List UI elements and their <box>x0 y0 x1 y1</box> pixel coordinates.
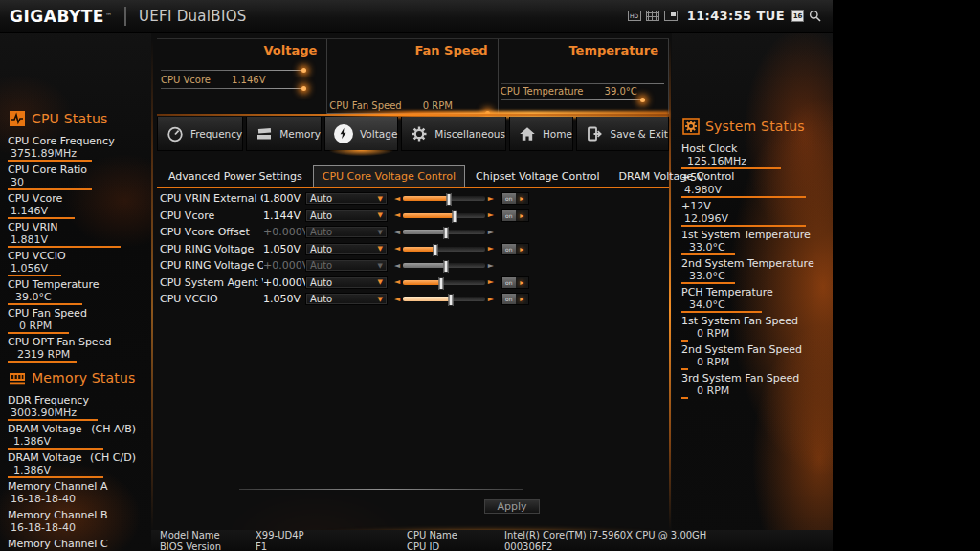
section-divider <box>239 489 523 490</box>
status-item: 2nd System Fan Speed0 RPM <box>681 343 833 370</box>
search-icon[interactable] <box>809 10 821 22</box>
value-stepper[interactable]: on▸ <box>501 209 529 222</box>
uefi-window: GIGABYTE ™ UEFI DualBIOS HD 11:43:55 TUE… <box>0 0 833 551</box>
option-dropdown[interactable]: Auto▼ <box>305 209 388 222</box>
info-row: Model Name X99-UD4P CPU Name Intel(R) Co… <box>151 530 833 541</box>
system-status-panel: System Status Host Clock125.16MHz +5V4.9… <box>672 33 833 551</box>
option-dropdown[interactable]: Auto▼ <box>305 243 388 255</box>
status-item: CPU Temperature39.0°C <box>8 278 151 305</box>
chevron-down-icon: ▼ <box>378 296 383 303</box>
value-slider[interactable]: ◄► <box>394 211 494 219</box>
slider-right-arrow: ► <box>488 262 494 270</box>
hardware-monitor-strip: Voltage CPU Vcore1.146V Fan Speed CPU Fa… <box>157 38 669 115</box>
option-dropdown[interactable]: Auto▼ <box>305 192 388 205</box>
bolt-icon <box>334 124 353 143</box>
value-slider[interactable]: ◄► <box>394 278 494 286</box>
status-item: Memory Channel A16-18-18-40 <box>8 480 151 507</box>
trademark: ™ <box>105 12 112 20</box>
product-name: UEFI DualBIOS <box>139 8 247 25</box>
chevron-down-icon: ▼ <box>378 211 383 219</box>
info-row: BIOS Version F1 CPU ID 000306F2 <box>151 541 833 551</box>
status-item: CPU VCCIO1.056V <box>8 250 151 276</box>
value-stepper[interactable]: on▸ <box>501 293 529 305</box>
value-slider: ◄► <box>394 262 494 270</box>
chevron-down-icon: ▼ <box>378 245 383 253</box>
value-stepper[interactable]: on▸ <box>501 276 529 289</box>
option-dropdown: Auto▼ <box>305 259 388 272</box>
setting-row-cpu-vcore: CPU Vcore 1.144V Auto▼ ◄► on▸ <box>160 208 664 225</box>
titlebar-tools: HD 11:43:55 TUE 16 <box>628 9 823 23</box>
status-item: 1st System Fan Speed0 RPM <box>681 315 833 342</box>
titlebar: GIGABYTE ™ UEFI DualBIOS HD 11:43:55 TUE… <box>0 0 833 33</box>
slider-left-arrow[interactable]: ◄ <box>394 245 400 253</box>
slider-left-arrow[interactable]: ◄ <box>394 278 400 286</box>
window-icon[interactable] <box>664 11 678 21</box>
value-slider[interactable]: ◄► <box>394 245 494 253</box>
stepper-arrow-icon: ▸ <box>516 277 529 288</box>
stepper-arrow-icon: ▸ <box>516 210 529 221</box>
chevron-down-icon: ▼ <box>378 195 383 203</box>
setting-row-cpu-vccio: CPU VCCIO 1.050V Auto▼ ◄► on▸ <box>160 291 664 308</box>
status-item: CPU OPT Fan Speed2319 RPM <box>8 336 151 363</box>
status-item: Memory Channel C <box>8 538 151 551</box>
status-item: DRAM Voltage(CH C/D)1.386V <box>8 452 151 478</box>
slider-right-arrow[interactable]: ► <box>488 195 494 203</box>
subtab-cpu-core-voltage-control[interactable]: CPU Core Voltage Control <box>313 165 465 187</box>
apply-button[interactable]: Apply <box>484 499 540 514</box>
status-item: DRAM Voltage(CH A/B)1.386V <box>8 423 151 450</box>
tab-voltage[interactable]: Voltage <box>324 117 398 151</box>
tab-home[interactable]: Home <box>509 117 574 151</box>
slider-right-arrow: ► <box>488 229 494 236</box>
subtab-advanced-power-settings[interactable]: Advanced Power Settings <box>160 165 311 187</box>
value-slider[interactable]: ◄► <box>394 195 494 203</box>
setting-row-cpu-ring-voltage: CPU RING Voltage 1.050V Auto▼ ◄► on▸ <box>160 241 664 258</box>
value-stepper[interactable]: on▸ <box>501 192 529 205</box>
slider-right-arrow[interactable]: ► <box>488 211 494 219</box>
tab-memory[interactable]: Memory <box>246 117 322 151</box>
gigabyte-logo: GIGABYTE <box>10 7 104 26</box>
option-dropdown[interactable]: Auto▼ <box>305 276 388 289</box>
temperature-gauge: Temperature CPU Temperature39.0°C <box>498 39 669 114</box>
titlebar-divider <box>124 7 126 26</box>
hd-badge-icon[interactable]: HD <box>628 11 641 21</box>
setting-row-cpu-vcore-offset: CPU Vcore Offset +0.000V Auto▼ ◄► <box>160 224 664 241</box>
clock: 11:43:55 TUE <box>687 9 785 23</box>
system-info-bar: Model Name X99-UD4P CPU Name Intel(R) Co… <box>151 530 833 551</box>
subtab-dram-voltage-control[interactable]: DRAM Voltage Control <box>611 165 744 187</box>
status-item: CPU VRIN1.881V <box>8 221 151 248</box>
cpu-status-panel: CPU Status CPU Core Frequency3751.89MHz … <box>0 33 151 551</box>
main-menu-tabs: Frequency Memory Voltage Miscellaneous H… <box>157 117 669 151</box>
option-dropdown[interactable]: Auto▼ <box>305 293 388 305</box>
slider-right-arrow[interactable]: ► <box>488 278 494 286</box>
grid-icon[interactable] <box>646 11 659 21</box>
status-item: PCH Temperature34.0°C <box>681 286 833 313</box>
slider-left-arrow: ◄ <box>394 229 400 236</box>
calendar-icon[interactable]: 16 <box>791 10 804 22</box>
system-status-header: System Status <box>681 117 833 136</box>
tab-frequency[interactable]: Frequency <box>157 117 243 151</box>
slider-left-arrow[interactable]: ◄ <box>394 211 400 219</box>
bios-screen: GIGABYTE ™ UEFI DualBIOS HD 11:43:55 TUE… <box>0 0 980 551</box>
slider-left-arrow[interactable]: ◄ <box>394 195 400 203</box>
status-item: CPU Vcore1.146V <box>8 192 151 219</box>
ram-icon <box>8 369 26 387</box>
memory-status-title: Memory Status <box>32 370 136 386</box>
slider-left-arrow[interactable]: ◄ <box>394 296 400 303</box>
tab-save-exit[interactable]: Save & Exit <box>576 117 669 151</box>
slider-right-arrow[interactable]: ► <box>488 245 494 253</box>
slider-right-arrow[interactable]: ► <box>488 296 494 303</box>
subtab-chipset-voltage-control[interactable]: Chipset Voltage Control <box>467 165 609 187</box>
tab-miscellaneous[interactable]: Miscellaneous <box>401 117 506 151</box>
status-item: 2nd System Temperature33.0°C <box>681 257 833 284</box>
memory-icon <box>256 125 273 143</box>
stepper-arrow-icon: ▸ <box>516 294 529 304</box>
gauge-icon <box>167 125 184 143</box>
status-item: DDR Frequency3003.90MHz <box>8 394 151 421</box>
chevron-down-icon: ▼ <box>378 262 383 270</box>
cpu-status-header: CPU Status <box>8 109 151 128</box>
value-slider: ◄► <box>394 229 494 236</box>
value-stepper[interactable]: on▸ <box>501 243 529 255</box>
value-slider[interactable]: ◄► <box>394 296 494 303</box>
left-frame-glow <box>151 40 153 530</box>
fan-speed-gauge: Fan Speed CPU Fan Speed0 RPM <box>326 39 497 114</box>
